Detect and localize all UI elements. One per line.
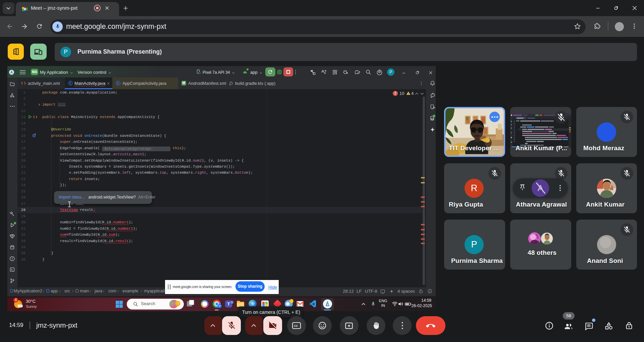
- svg-text:CC: CC: [294, 324, 298, 328]
